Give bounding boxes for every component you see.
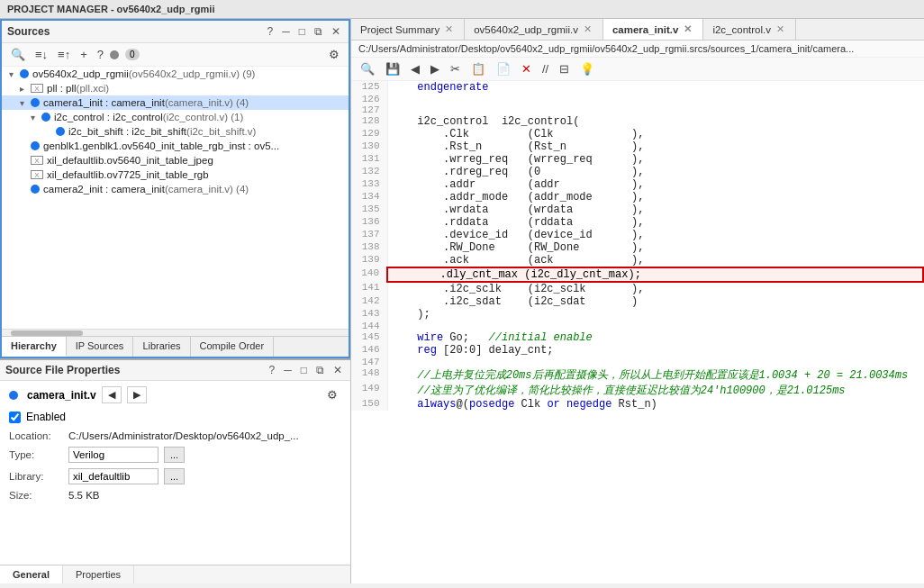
bottom-tabs: General Properties [0, 565, 350, 583]
line-content: .rddata (rddata ), [387, 216, 923, 229]
sources-toolbar: 🔍 ≡↓ ≡↑ + ? 0 ⚙ [2, 43, 349, 67]
table-row: 129 .Clk (Clk ), [351, 128, 923, 140]
tab-label: i2c_control.v [712, 24, 771, 35]
tab-label: camera_init.v [612, 24, 679, 35]
line-number: 148 [351, 367, 387, 383]
tree-item-pll[interactable]: ▸ X pll : pll (pll.xci) [2, 81, 349, 95]
horizontal-scrollbar[interactable] [2, 329, 349, 336]
line-number: 139 [351, 254, 387, 267]
tab-i2c-control[interactable]: i2c_control.v ✕ [703, 19, 796, 40]
tab-close-udp-rgmii[interactable]: ✕ [582, 23, 593, 35]
sources-help-btn[interactable]: ? [265, 24, 276, 39]
sources-minimize-btn[interactable]: ─ [279, 24, 293, 39]
collapse-all-btn[interactable]: ≡↑ [54, 46, 74, 63]
line-number: 136 [351, 216, 387, 229]
editor-toolbar: 🔍 💾 ◀ ▶ ✂ 📋 📄 ✕ // ⊟ 💡 [351, 58, 924, 81]
sources-float-btn[interactable]: ⧉ [312, 24, 325, 39]
tab-close-i2c-control[interactable]: ✕ [775, 23, 786, 35]
props-title: Source File Properties [5, 364, 263, 376]
line-content [387, 357, 923, 367]
delete-btn[interactable]: ✕ [518, 60, 535, 77]
sources-maximize-btn[interactable]: □ [296, 24, 308, 39]
table-row: 144 [351, 321, 923, 331]
indent-btn[interactable]: ⊟ [556, 60, 573, 77]
line-number: 128 [351, 115, 387, 128]
props-minimize-btn[interactable]: ─ [281, 363, 294, 377]
table-row: 139 .ack (ack ), [351, 254, 923, 267]
line-number: 132 [351, 166, 387, 178]
add-sources-btn[interactable]: + [77, 46, 91, 63]
tab-udp-rgmii[interactable]: ov5640x2_udp_rgmii.v ✕ [465, 19, 603, 40]
props-header: Source File Properties ? ─ □ ⧉ ✕ [0, 360, 350, 381]
props-help-btn[interactable]: ? [267, 363, 278, 377]
search-btn[interactable]: 🔍 [7, 46, 29, 63]
tree-item-xil-rgb[interactable]: X xil_defaultlib.ov7725_init_table_rgb [2, 167, 349, 182]
tab-hierarchy[interactable]: Hierarchy [2, 337, 67, 357]
tab-general[interactable]: General [0, 565, 63, 583]
line-content: .dly_cnt_max (i2c_dly_cnt_max); [387, 267, 923, 282]
expand-all-btn[interactable]: ≡↓ [32, 46, 51, 63]
tab-ip-sources[interactable]: IP Sources [67, 337, 134, 357]
status-dot [110, 50, 119, 59]
tab-close-project-summary[interactable]: ✕ [443, 23, 455, 35]
tab-project-summary[interactable]: Project Summary ✕ [351, 19, 465, 40]
search-editor-btn[interactable]: 🔍 [357, 60, 378, 77]
tree-item-camera1-init[interactable]: ▾ camera1_init : camera_init (camera_ini… [2, 95, 349, 110]
tree-item-xil-jpeg[interactable]: X xil_defaultlib.ov5640_init_table_jpeg [2, 153, 349, 167]
props-float-btn[interactable]: ⧉ [313, 363, 327, 377]
enabled-checkbox[interactable] [9, 412, 21, 423]
filename-row: camera_init.v ◀ ▶ ⚙ [9, 386, 341, 403]
tab-compile-order[interactable]: Compile Order [191, 337, 275, 357]
light-btn[interactable]: 💡 [576, 60, 598, 77]
table-row: 125 endgenerate [351, 81, 923, 94]
location-value: C:/Users/Administrator/Desktop/ov5640x2_… [68, 430, 299, 441]
editor-panel: Project Summary ✕ ov5640x2_udp_rgmii.v ✕… [351, 19, 924, 583]
line-content: .i2c_sclk (i2c_sclk ), [387, 282, 923, 295]
tree-item-genblk[interactable]: genblk1.genblk1.ov5640_init_table_rgb_in… [2, 139, 349, 153]
line-content: .wrreg_req (wrreg_req ), [387, 153, 923, 166]
tree-item-camera2-init[interactable]: camera2_init : camera_init (camera_init.… [2, 182, 349, 196]
code-editor[interactable]: 125 endgenerate126127128 i2c_control i2c… [351, 81, 924, 583]
library-browse-btn[interactable]: ... [164, 468, 185, 484]
cut-btn[interactable]: ✂ [447, 60, 464, 77]
line-content [387, 94, 923, 104]
props-settings-btn[interactable]: ⚙ [323, 386, 341, 403]
type-input[interactable] [68, 447, 159, 463]
type-label: Type: [9, 449, 63, 460]
line-content: .device_id (device_id ), [387, 229, 923, 241]
table-row: 141 .i2c_sclk (i2c_sclk ), [351, 282, 923, 295]
tab-camera-init[interactable]: camera_init.v ✕ [603, 19, 704, 40]
table-row: 128 i2c_control i2c_control( [351, 115, 923, 128]
line-number: 147 [351, 357, 387, 367]
type-browse-btn[interactable]: ... [164, 447, 185, 463]
library-row: Library: ... [9, 468, 341, 484]
sources-settings-btn[interactable]: ⚙ [325, 46, 343, 63]
props-forward-btn[interactable]: ▶ [127, 386, 147, 403]
editor-tabs: Project Summary ✕ ov5640x2_udp_rgmii.v ✕… [351, 19, 924, 41]
tab-properties[interactable]: Properties [63, 565, 134, 583]
tab-libraries[interactable]: Libraries [133, 337, 190, 357]
tab-close-camera-init[interactable]: ✕ [682, 23, 693, 35]
table-row: 147 [351, 357, 923, 367]
tree-item-root[interactable]: ▾ ov5640x2_udp_rgmii (ov5640x2_udp_rgmii… [2, 67, 349, 81]
tree-item-i2c-control[interactable]: ▾ i2c_control : i2c_control (i2c_control… [2, 110, 349, 124]
library-input[interactable] [68, 468, 159, 484]
file-path-bar: C:/Users/Administrator/Desktop/ov5640x2_… [351, 41, 924, 58]
props-back-btn[interactable]: ◀ [102, 386, 122, 403]
sources-close-btn[interactable]: ✕ [329, 24, 343, 39]
tree-item-i2c-bit-shift[interactable]: i2c_bit_shift : i2c_bit_shift (i2c_bit_s… [2, 124, 349, 139]
undo-btn[interactable]: ◀ [407, 60, 423, 77]
copy-btn[interactable]: 📋 [467, 60, 489, 77]
table-row: 145 wire Go; //initial enable [351, 331, 923, 344]
location-label: Location: [9, 430, 63, 441]
line-content: i2c_control i2c_control( [387, 115, 923, 128]
paste-btn[interactable]: 📄 [493, 60, 514, 77]
props-maximize-btn[interactable]: □ [298, 363, 310, 377]
props-close-btn[interactable]: ✕ [331, 363, 345, 377]
save-btn[interactable]: 💾 [382, 60, 403, 77]
help-sources-btn[interactable]: ? [94, 46, 107, 63]
redo-btn[interactable]: ▶ [427, 60, 443, 77]
sources-title: Sources [7, 25, 261, 38]
line-number: 145 [351, 331, 387, 344]
comment-btn[interactable]: // [539, 60, 552, 77]
